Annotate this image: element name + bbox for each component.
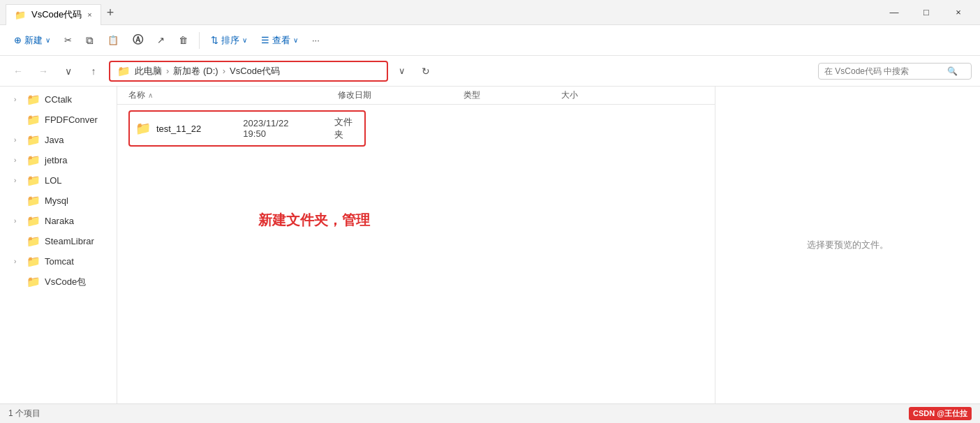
expand-arrow-icon: › — [14, 96, 22, 103]
title-bar: 📁 VsCode代码 × + — □ × — [0, 0, 980, 25]
csdn-badge: CSDN @王仕拉 — [909, 407, 972, 420]
rename-icon: Ⓐ — [133, 34, 143, 47]
new-label: 新建 — [24, 34, 43, 47]
address-bar: ← → ∨ ↑ 📁 此电脑 › 新加卷 (D:) › VsCode代码 ∨ ↻ … — [0, 56, 980, 87]
view-button[interactable]: ☰ 查看 ∨ — [255, 31, 304, 50]
folder-icon: 📁 — [27, 214, 40, 228]
sidebar: › 📁 CCtalk › 📁 FPDFConver › 📁 Java › 📁 j… — [0, 87, 117, 403]
breadcrumb-sep-1: › — [166, 66, 169, 76]
sidebar-item-label: Java — [45, 135, 64, 145]
expand-arrow-icon: › — [14, 156, 22, 164]
view-icon: ☰ — [261, 35, 269, 45]
rename-button[interactable]: Ⓐ — [127, 29, 149, 51]
expand-arrow-icon: › — [14, 136, 22, 144]
sidebar-item-steamlibrar[interactable]: › 📁 SteamLibrar — [0, 231, 117, 251]
sort-arrow-icon: ∧ — [148, 91, 153, 99]
preview-panel: 选择要预览的文件。 — [715, 87, 980, 403]
address-dropdown-icon: ∨ — [399, 66, 406, 76]
file-type: 文件夹 — [334, 116, 359, 141]
refresh-icon: ↻ — [422, 66, 430, 77]
up-icon: ↑ — [91, 66, 96, 77]
new-dropdown-icon: ∨ — [45, 36, 50, 44]
status-bar: 1 个项目 CSDN @王仕拉 — [0, 403, 980, 423]
delete-icon: 🗑 — [179, 35, 188, 45]
forward-button[interactable]: → — [34, 61, 53, 81]
sidebar-item-lol[interactable]: › 📁 LOL — [0, 170, 117, 191]
sort-dropdown-icon: ∨ — [242, 36, 247, 44]
file-list: 📁 test_11_22 2023/11/22 19:50 文件夹 — [117, 105, 715, 403]
expand-arrow-icon: › — [14, 258, 22, 265]
cut-icon: ✂ — [64, 35, 72, 45]
new-button[interactable]: ⊕ 新建 ∨ — [8, 31, 56, 50]
paste-button[interactable]: 📋 — [102, 31, 124, 50]
sidebar-item-java[interactable]: › 📁 Java — [0, 130, 117, 150]
copy-icon: ⧉ — [86, 34, 94, 47]
col-modified-label: 修改日期 — [338, 90, 371, 100]
search-icon: 🔍 — [947, 66, 958, 76]
address-dropdown-button[interactable]: ∨ — [394, 63, 410, 80]
sidebar-item-label: VsCode包 — [45, 276, 86, 288]
sort-button[interactable]: ⇅ 排序 ∨ — [205, 31, 253, 50]
sidebar-item-label: Naraka — [45, 216, 74, 226]
share-button[interactable]: ↗ — [151, 31, 170, 50]
col-size-label: 大小 — [561, 90, 578, 100]
sidebar-item-jetbra[interactable]: › 📁 jetbra — [0, 150, 117, 170]
back-button[interactable]: ← — [8, 61, 28, 81]
sidebar-item-label: SteamLibrar — [45, 236, 94, 246]
breadcrumb-sep-2: › — [223, 66, 225, 76]
delete-button[interactable]: 🗑 — [173, 31, 193, 50]
more-button[interactable]: ··· — [306, 31, 325, 50]
sort-label: 排序 — [221, 34, 239, 47]
new-icon: ⊕ — [14, 35, 22, 45]
sidebar-item-tomcat[interactable]: › 📁 Tomcat — [0, 251, 117, 272]
sidebar-item-mysql[interactable]: › 📁 Mysql — [0, 191, 117, 211]
toolbar: ⊕ 新建 ∨ ✂ ⧉ 📋 Ⓐ ↗ 🗑 ⇅ 排序 ∨ ☰ 查看 ∨ ··· — [0, 25, 980, 56]
sort-icon: ⇅ — [211, 35, 218, 45]
folder-icon: 📁 — [27, 275, 40, 288]
breadcrumb-this-pc: 此电脑 — [135, 65, 162, 77]
close-button[interactable]: × — [942, 0, 974, 25]
sidebar-item-label: jetbra — [45, 155, 68, 165]
breadcrumb-folder-icon: 📁 — [117, 65, 131, 77]
expand-arrow-icon: › — [14, 217, 22, 225]
col-name-label: 名称 — [128, 89, 145, 101]
new-tab-button[interactable]: + — [107, 6, 114, 19]
sidebar-item-cctalk[interactable]: › 📁 CCtalk — [0, 89, 117, 110]
folder-icon-tab: 📁 — [15, 10, 26, 20]
breadcrumb-current: VsCode代码 — [230, 65, 280, 77]
sidebar-item-fpdf[interactable]: › 📁 FPDFConver — [0, 110, 117, 130]
view-label: 查看 — [272, 34, 290, 47]
file-item[interactable]: 📁 test_11_22 2023/11/22 19:50 文件夹 — [128, 110, 366, 147]
search-input[interactable] — [824, 66, 943, 76]
folder-icon: 📁 — [27, 93, 40, 106]
sidebar-item-label: Tomcat — [45, 256, 74, 267]
cut-button[interactable]: ✂ — [59, 31, 77, 50]
copy-button[interactable]: ⧉ — [80, 30, 99, 51]
sidebar-item-label: CCtalk — [45, 94, 72, 105]
breadcrumb[interactable]: 📁 此电脑 › 新加卷 (D:) › VsCode代码 — [109, 61, 388, 82]
col-modified-header: 修改日期 — [338, 89, 463, 101]
sidebar-item-vscode[interactable]: › 📁 VsCode包 — [0, 272, 117, 292]
file-name: test_11_22 — [156, 124, 201, 134]
main-layout: › 📁 CCtalk › 📁 FPDFConver › 📁 Java › 📁 j… — [0, 87, 980, 403]
restore-button[interactable]: □ — [910, 0, 942, 25]
window-tab[interactable]: 📁 VsCode代码 × — [6, 4, 101, 25]
status-right: CSDN @王仕拉 — [909, 407, 972, 420]
tab-close-button[interactable]: × — [87, 10, 91, 19]
col-name-header[interactable]: 名称 ∧ — [128, 89, 338, 101]
refresh-button[interactable]: ↻ — [416, 61, 436, 81]
folder-icon: 📁 — [27, 194, 40, 207]
recent-button[interactable]: ∨ — [59, 61, 78, 81]
toolbar-separator — [199, 32, 200, 49]
file-modified: 2023/11/22 19:50 — [243, 118, 306, 139]
minimize-button[interactable]: — — [878, 0, 910, 25]
down-icon: ∨ — [65, 66, 72, 77]
forward-icon: → — [38, 66, 48, 77]
search-box[interactable]: 🔍 — [818, 63, 972, 80]
sidebar-item-naraka[interactable]: › 📁 Naraka — [0, 211, 117, 231]
sidebar-item-label: LOL — [45, 175, 62, 186]
back-icon: ← — [13, 66, 23, 77]
folder-icon: 📁 — [27, 174, 40, 187]
up-button[interactable]: ↑ — [84, 61, 103, 81]
file-folder-icon: 📁 — [135, 121, 151, 136]
